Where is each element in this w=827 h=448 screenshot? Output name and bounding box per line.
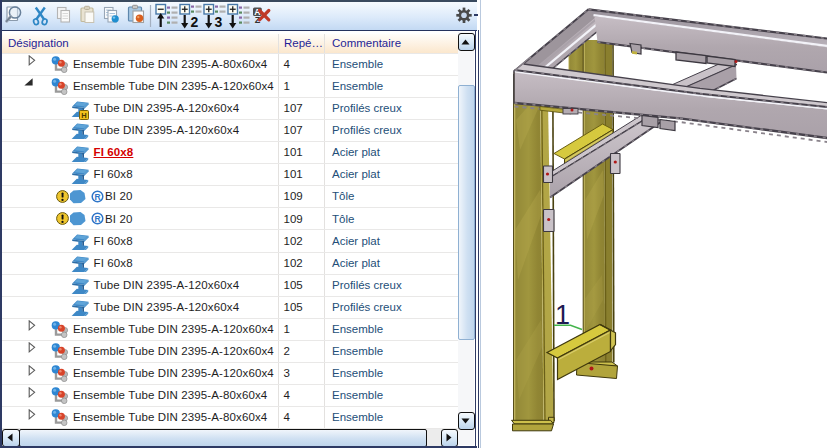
svg-text:2: 2 (191, 14, 199, 30)
svg-text:3: 3 (215, 14, 223, 30)
